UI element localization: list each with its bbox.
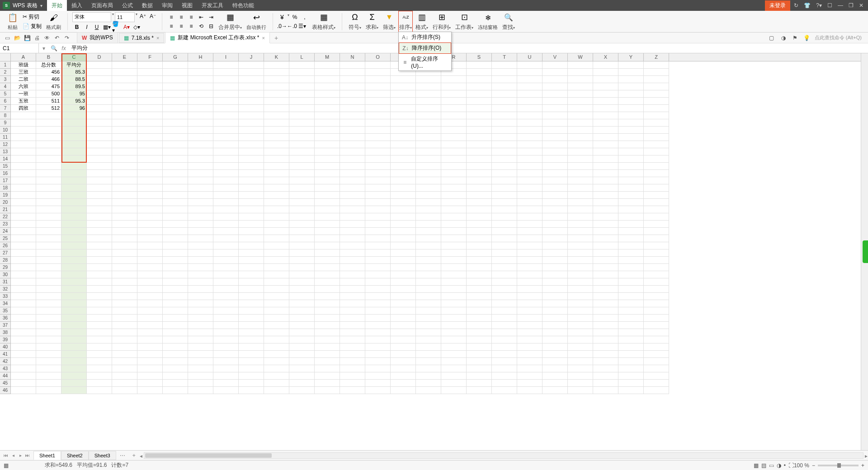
cell[interactable] <box>87 322 112 329</box>
cell[interactable] <box>315 293 340 300</box>
row-header-43[interactable]: 43 <box>0 365 11 372</box>
cell[interactable] <box>264 69 289 76</box>
cell[interactable] <box>416 336 441 343</box>
cell[interactable] <box>618 184 644 192</box>
table-style-button[interactable]: 表格样式▾ <box>310 11 337 32</box>
cell[interactable] <box>239 380 264 387</box>
cell[interactable] <box>416 184 441 192</box>
cell[interactable] <box>36 148 61 155</box>
cell[interactable] <box>365 163 391 170</box>
cell[interactable] <box>391 184 416 192</box>
cell[interactable] <box>593 184 618 192</box>
cell[interactable] <box>644 380 669 387</box>
cell[interactable] <box>112 307 137 315</box>
cell[interactable] <box>289 199 315 206</box>
cell[interactable] <box>517 264 542 271</box>
cell[interactable] <box>517 119 542 127</box>
cell[interactable] <box>11 127 36 134</box>
cell[interactable] <box>618 380 644 387</box>
cell[interactable] <box>618 322 644 329</box>
cell[interactable] <box>213 134 239 141</box>
cell[interactable] <box>11 119 36 127</box>
cell[interactable] <box>517 365 542 372</box>
cell[interactable] <box>568 69 593 76</box>
cell[interactable] <box>112 170 137 177</box>
cell[interactable] <box>441 278 467 286</box>
row-header-7[interactable]: 7 <box>0 105 11 112</box>
cell[interactable] <box>315 257 340 264</box>
cell[interactable] <box>542 170 568 177</box>
cell[interactable] <box>264 61 289 69</box>
cell[interactable] <box>593 199 618 206</box>
cell[interactable] <box>644 249 669 257</box>
cell[interactable] <box>87 329 112 336</box>
cell[interactable] <box>289 372 315 380</box>
cell[interactable] <box>239 286 264 293</box>
doc-tab-mywps[interactable]: W我的WPS <box>77 32 118 43</box>
cell[interactable] <box>36 134 61 141</box>
cell[interactable] <box>213 141 239 148</box>
zoom-out-button[interactable]: − <box>812 462 815 469</box>
col-header-K[interactable]: K <box>264 53 289 61</box>
cell[interactable] <box>11 286 36 293</box>
cell[interactable] <box>340 286 365 293</box>
font-name-select[interactable] <box>72 12 111 22</box>
format-painter-button[interactable]: 格式刷 <box>44 11 63 32</box>
cell[interactable] <box>365 271 391 278</box>
cell[interactable] <box>163 278 188 286</box>
cell[interactable] <box>467 358 492 365</box>
cell[interactable] <box>542 184 568 192</box>
cell[interactable] <box>36 242 61 249</box>
cell[interactable] <box>87 83 112 90</box>
cell[interactable] <box>163 257 188 264</box>
row-header-1[interactable]: 1 <box>0 61 11 69</box>
col-header-Z[interactable]: Z <box>644 53 669 61</box>
cell[interactable] <box>239 307 264 315</box>
cell[interactable] <box>391 127 416 134</box>
cell[interactable] <box>213 90 239 98</box>
cell[interactable] <box>568 148 593 155</box>
cell[interactable] <box>593 163 618 170</box>
row-header-31[interactable]: 31 <box>0 278 11 286</box>
cell[interactable] <box>188 148 213 155</box>
cell[interactable] <box>441 105 467 112</box>
cell[interactable] <box>517 155 542 163</box>
row-header-15[interactable]: 15 <box>0 163 11 170</box>
cell[interactable] <box>593 300 618 307</box>
cell[interactable] <box>61 141 87 148</box>
find-button[interactable]: 查找▾ <box>500 11 517 32</box>
row-header-19[interactable]: 19 <box>0 192 11 199</box>
cell[interactable] <box>593 83 618 90</box>
cell[interactable] <box>340 322 365 329</box>
cell[interactable] <box>416 329 441 336</box>
cell[interactable] <box>416 90 441 98</box>
cell[interactable] <box>593 221 618 228</box>
cell[interactable] <box>416 343 441 351</box>
cell[interactable] <box>87 271 112 278</box>
select-all-corner[interactable] <box>0 53 11 61</box>
cell[interactable] <box>188 228 213 235</box>
cell[interactable] <box>11 300 36 307</box>
cell[interactable] <box>340 300 365 307</box>
menu-tab-home[interactable]: 开始 <box>47 0 67 11</box>
cell[interactable] <box>391 264 416 271</box>
cell[interactable] <box>137 380 163 387</box>
cell[interactable] <box>542 264 568 271</box>
cell[interactable] <box>391 76 416 83</box>
cell[interactable] <box>264 286 289 293</box>
cell[interactable] <box>315 249 340 257</box>
cell[interactable] <box>239 358 264 365</box>
cell[interactable] <box>492 358 517 365</box>
cell[interactable] <box>239 365 264 372</box>
cell[interactable] <box>112 76 137 83</box>
cell[interactable] <box>391 105 416 112</box>
cell[interactable] <box>416 83 441 90</box>
cell[interactable] <box>416 249 441 257</box>
row-header-44[interactable]: 44 <box>0 372 11 380</box>
cell[interactable] <box>593 235 618 242</box>
cell[interactable]: 四班 <box>11 105 36 112</box>
cell[interactable] <box>239 221 264 228</box>
cell[interactable] <box>61 365 87 372</box>
cell[interactable] <box>315 380 340 387</box>
cell[interactable] <box>137 365 163 372</box>
